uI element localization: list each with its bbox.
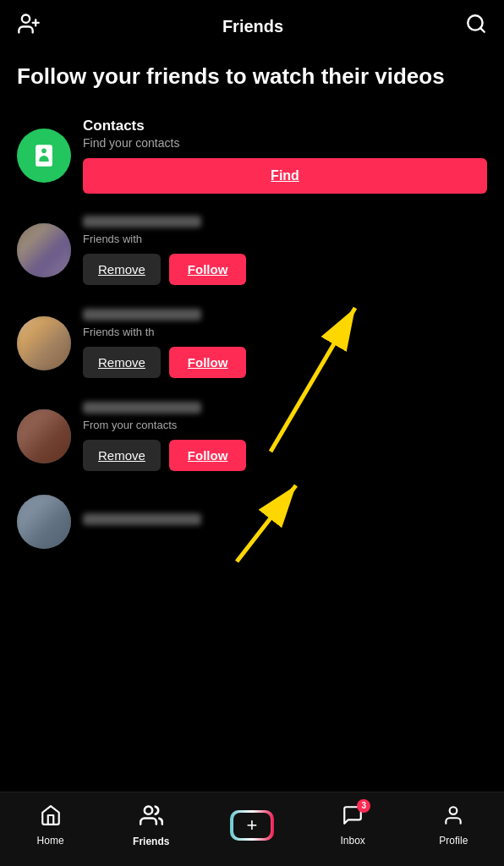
user-row: Friends with Remove Follow [0,204,504,297]
follow-button[interactable]: Follow [169,254,247,285]
username-blurred [83,402,201,414]
user-relation: Friends with th [83,326,487,338]
user-actions: Remove Follow [83,347,487,378]
svg-line-4 [480,28,485,32]
add-user-icon[interactable] [17,12,41,41]
follow-button[interactable]: Follow [169,440,247,471]
contacts-icon [17,129,71,183]
user-relation: From your contacts [83,419,487,431]
home-icon [40,804,62,831]
user-info: Friends with Remove Follow [83,216,487,285]
find-button[interactable]: Find [83,158,487,194]
search-icon[interactable] [465,13,487,40]
contacts-info: Contacts Find your contacts Find [83,118,487,194]
nav-item-profile[interactable]: Profile [428,804,479,847]
nav-item-home[interactable]: Home [25,804,76,847]
username-blurred [83,309,201,321]
user-info: From your contacts Remove Follow [83,402,487,471]
user-row: From your contacts Remove Follow [0,390,504,483]
user-info [83,513,487,530]
remove-button[interactable]: Remove [83,347,161,378]
nav-label-friends: Friends [133,836,169,847]
nav-label-home: Home [37,835,64,847]
inbox-icon: 3 [342,804,364,831]
contacts-title: Contacts [83,118,487,134]
user-info: Friends with th Remove Follow [83,309,487,378]
username-blurred [83,513,201,525]
avatar [17,495,71,549]
svg-point-10 [450,807,457,814]
nav-label-inbox: Inbox [340,835,364,847]
avatar [17,316,71,370]
svg-point-0 [22,15,30,23]
nav-item-friends[interactable]: Friends [126,803,177,847]
nav-label-profile: Profile [439,835,468,847]
friends-icon [140,803,163,832]
user-actions: Remove Follow [83,440,487,471]
avatar [17,223,71,277]
profile-icon [442,804,464,831]
user-relation: Friends with [83,233,487,245]
inbox-badge: 3 [357,799,370,813]
remove-button[interactable]: Remove [83,254,161,285]
nav-item-create[interactable]: + [227,810,277,841]
create-icon: + [230,810,274,841]
user-row: Friends with th Remove Follow [0,297,504,390]
top-nav: Friends [0,0,504,49]
bottom-nav: Home Friends + 3 Inbox [0,792,504,866]
avatar [17,409,71,463]
username-blurred [83,216,201,227]
follow-button[interactable]: Follow [169,347,247,378]
user-row [0,483,504,561]
hero-text: Follow your friends to watch their video… [0,49,504,107]
contacts-subtitle: Find your contacts [83,136,487,150]
remove-button[interactable]: Remove [83,440,161,471]
svg-point-9 [145,806,152,814]
nav-item-inbox[interactable]: 3 Inbox [327,804,378,847]
user-actions: Remove Follow [83,254,487,285]
contacts-section: Contacts Find your contacts Find [0,107,504,204]
page-title: Friends [222,17,283,36]
